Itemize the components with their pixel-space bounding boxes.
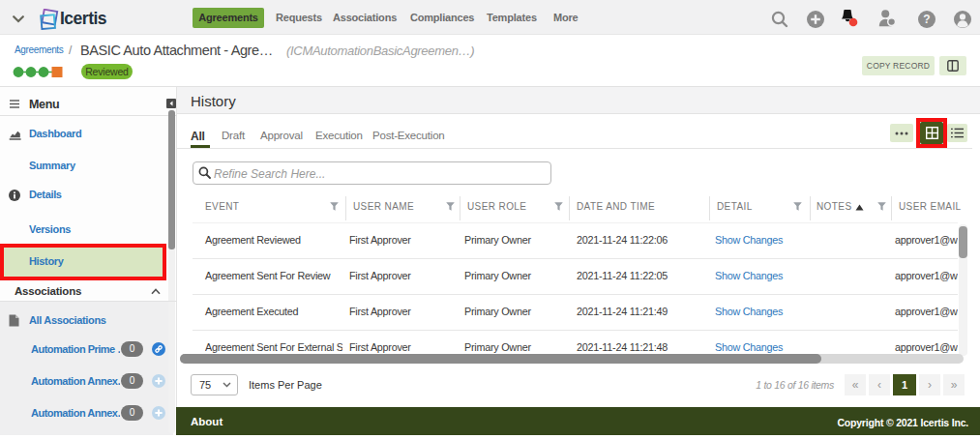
svg-text:?: ? [923, 13, 930, 26]
